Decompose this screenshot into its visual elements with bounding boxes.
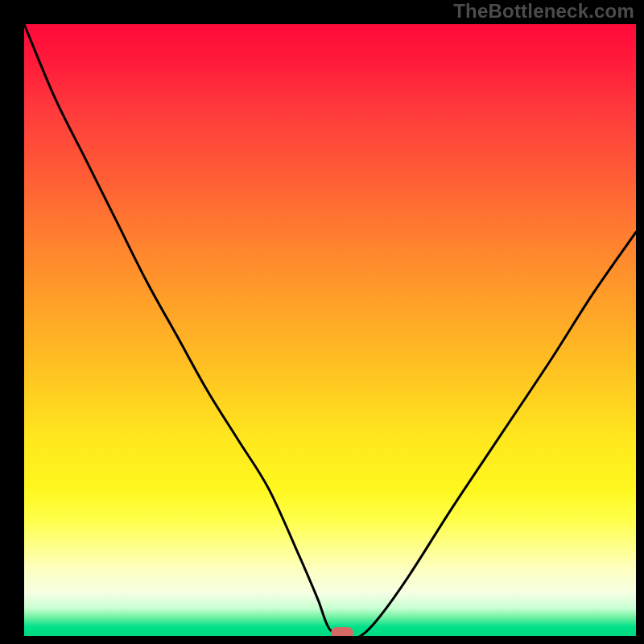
watermark-text: TheBottleneck.com [453, 0, 634, 23]
optimum-marker [331, 627, 353, 636]
chart-stage: TheBottleneck.com [0, 0, 644, 644]
bottleneck-curve [24, 24, 636, 636]
plot-area [24, 24, 636, 636]
